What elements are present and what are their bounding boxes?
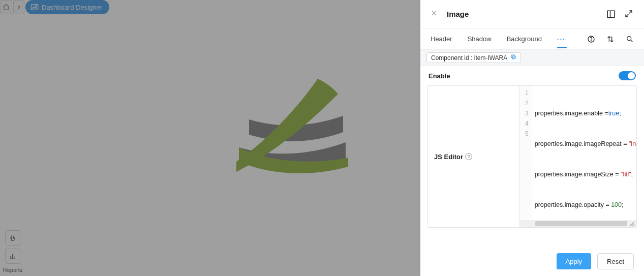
code-area[interactable]: properties.image.enable =true; propertie… <box>532 86 636 227</box>
enable-row: Enable <box>427 71 637 85</box>
apply-button[interactable]: Apply <box>557 253 592 269</box>
js-editor: JS Editor ? 1 2 3 4 5 properties.image.e… <box>427 85 637 228</box>
search-icon[interactable] <box>626 35 634 43</box>
svg-rect-2 <box>607 11 615 18</box>
panel-header: Image <box>420 0 644 28</box>
copy-icon[interactable] <box>510 54 516 62</box>
panel-title: Image <box>447 10 597 18</box>
component-id-label: Component id : item-IWARA <box>431 54 507 62</box>
reset-button[interactable]: Reset <box>597 253 634 269</box>
enable-label: Enable <box>428 72 450 80</box>
help-icon[interactable] <box>587 35 595 43</box>
enable-toggle[interactable] <box>619 71 636 80</box>
svg-rect-7 <box>511 55 514 58</box>
svg-point-4 <box>591 40 591 41</box>
panel-footer: Apply Reset <box>420 247 644 276</box>
svg-point-5 <box>627 36 631 40</box>
svg-rect-6 <box>512 56 515 59</box>
tab-shadow[interactable]: Shadow <box>468 35 492 43</box>
code-editor[interactable]: 1 2 3 4 5 properties.image.enable =true;… <box>519 86 636 227</box>
component-id-bar: Component id : item-IWARA <box>420 50 644 66</box>
tab-background[interactable]: Background <box>507 35 542 43</box>
close-icon[interactable] <box>431 9 438 19</box>
layout-icon[interactable] <box>606 10 616 19</box>
code-horizontal-scrollbar[interactable] <box>520 220 636 227</box>
help-small-icon[interactable]: ? <box>465 153 472 160</box>
tab-more[interactable]: ··· <box>557 35 566 43</box>
properties-panel: Image Header Shadow Background ··· <box>420 0 644 276</box>
js-editor-label: JS Editor <box>434 153 463 161</box>
resize-grip-icon[interactable] <box>629 221 635 227</box>
expand-icon[interactable] <box>625 10 634 19</box>
tab-header[interactable]: Header <box>431 35 452 43</box>
panel-tabs: Header Shadow Background ··· <box>420 28 644 50</box>
sort-icon[interactable] <box>606 35 615 43</box>
code-gutter: 1 2 3 4 5 <box>520 86 532 227</box>
